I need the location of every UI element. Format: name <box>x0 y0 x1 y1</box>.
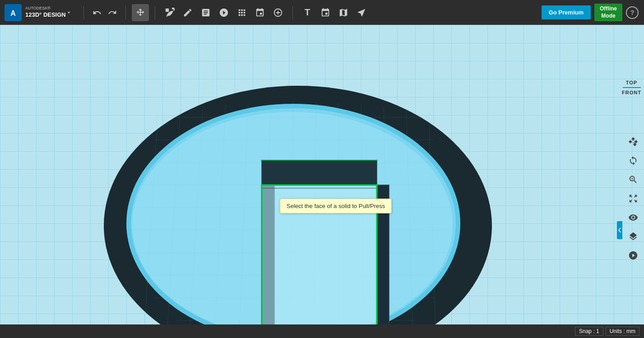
text-icon: T <box>305 7 310 18</box>
tooltip-pull-press: Select the face of a solid to Pull/Press <box>280 199 392 213</box>
side-expand-tab[interactable] <box>617 221 622 239</box>
units-status[interactable]: Units : mm <box>606 327 639 336</box>
divider-1 <box>83 6 84 19</box>
layers-icon <box>628 232 638 241</box>
divider-2 <box>125 6 126 19</box>
pan-button[interactable] <box>625 133 642 150</box>
divider-4 <box>292 6 293 19</box>
side-tab-arrow-icon <box>618 227 621 233</box>
undo-button[interactable] <box>90 5 104 20</box>
shapes-group <box>158 4 290 21</box>
autodesk-logo-icon: A <box>5 4 22 21</box>
zoom-button[interactable] <box>625 171 642 188</box>
logo-text: AUTODESK® 123D° DESIGN <box>25 6 66 19</box>
measure-button[interactable] <box>335 4 352 21</box>
transform-button[interactable] <box>132 4 149 21</box>
primitives-button[interactable] <box>161 4 178 21</box>
text-button[interactable]: T <box>299 4 316 21</box>
boolean-icon <box>255 8 265 18</box>
viewport-3d[interactable]: Select the face of a solid to Pull/Press… <box>0 50 644 324</box>
nav-front-label[interactable]: FRONT <box>622 89 641 96</box>
layers-button[interactable] <box>625 228 642 245</box>
snap-icon <box>320 8 330 18</box>
divider-3 <box>155 6 155 19</box>
sketch-icon <box>183 8 193 18</box>
redo-button[interactable] <box>105 5 120 20</box>
logo-area[interactable]: A AUTODESK® 123D° DESIGN ▾ <box>0 4 81 21</box>
combine-button[interactable] <box>269 4 287 21</box>
extras-button[interactable] <box>625 247 642 264</box>
pan-icon <box>628 137 638 147</box>
tools-group: T <box>295 4 374 21</box>
pattern-button[interactable] <box>233 4 250 21</box>
modify-button[interactable] <box>215 4 232 21</box>
help-button[interactable]: ? <box>626 6 639 19</box>
construct-button[interactable] <box>197 4 214 21</box>
construct-icon <box>201 8 211 18</box>
scene-svg <box>0 50 623 338</box>
svg-text:A: A <box>10 9 16 17</box>
svg-rect-2 <box>166 8 169 11</box>
undo-redo-group <box>86 5 123 20</box>
nav-separator <box>623 87 641 88</box>
pattern-icon <box>237 8 247 18</box>
zoom-icon <box>628 175 638 185</box>
fit-screen-icon <box>628 194 638 204</box>
transform-group <box>128 4 153 21</box>
snap-status[interactable]: Snap : 1 <box>575 327 603 336</box>
main-toolbar: A AUTODESK® 123D° DESIGN ▾ <box>0 0 644 25</box>
box-top-face <box>262 160 377 185</box>
orbit-button[interactable] <box>625 152 642 169</box>
primitives-icon <box>165 8 175 18</box>
nav-top-label[interactable]: TOP <box>626 79 637 86</box>
sketch-button[interactable] <box>179 4 196 21</box>
extras-icon <box>628 250 638 260</box>
boolean-button[interactable] <box>251 4 269 21</box>
orbit-icon <box>628 156 638 166</box>
modify-icon <box>219 8 229 18</box>
right-toolbar <box>622 131 644 266</box>
logo-dropdown-arrow[interactable]: ▾ <box>68 10 70 15</box>
go-premium-button[interactable]: Go Premium <box>542 5 591 19</box>
nav-cube[interactable]: TOP FRONT <box>619 79 644 96</box>
materials-button[interactable] <box>353 4 370 21</box>
view-mode-icon <box>628 213 638 222</box>
materials-icon <box>357 8 366 18</box>
tray-container: Select the face of a solid to Pull/Press <box>0 50 644 324</box>
undo-icon <box>93 8 102 17</box>
status-bar: Snap : 1 Units : mm <box>0 324 644 338</box>
view-mode-button[interactable] <box>625 209 642 226</box>
snap-button[interactable] <box>317 4 334 21</box>
redo-icon <box>108 8 117 17</box>
viewport: Select the face of a solid to Pull/Press… <box>0 25 644 338</box>
combine-icon <box>273 8 283 18</box>
toolbar-right: Go Premium Offline Mode ? <box>542 4 644 21</box>
transform-icon <box>135 8 145 18</box>
fit-screen-button[interactable] <box>625 190 642 207</box>
offline-mode-button[interactable]: Offline Mode <box>594 4 622 21</box>
measure-icon <box>338 8 348 18</box>
